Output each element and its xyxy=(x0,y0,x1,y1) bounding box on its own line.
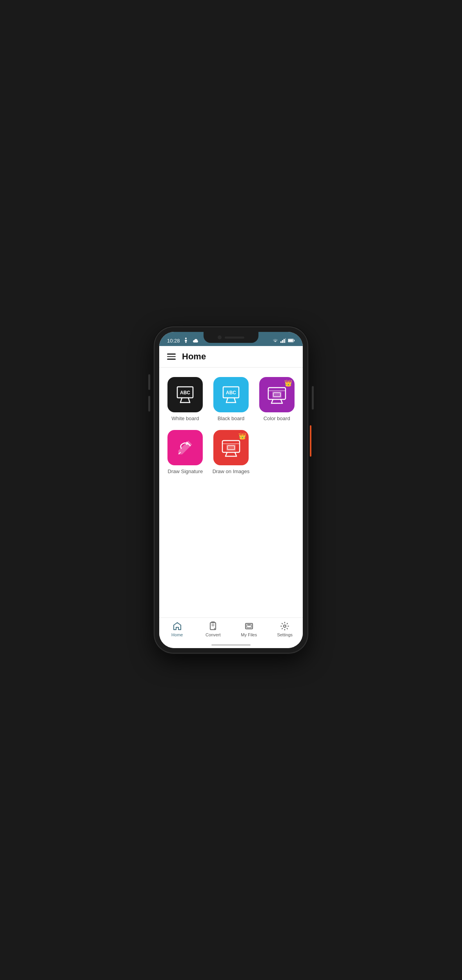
edge-strip xyxy=(310,425,311,457)
wifi-icon xyxy=(272,338,278,343)
app-header: Home xyxy=(159,346,303,368)
nav-settings-label: Settings xyxy=(277,632,293,637)
nav-my-files[interactable]: My Files xyxy=(237,621,261,637)
draw-signature-icon xyxy=(173,436,197,459)
nav-settings[interactable]: Settings xyxy=(273,621,296,637)
signal-icon xyxy=(280,338,286,343)
whiteboard-label: White board xyxy=(171,415,199,422)
whiteboard-board-icon: ABC xyxy=(173,383,197,406)
volume-up-button xyxy=(148,374,150,390)
speaker-grill xyxy=(225,337,244,339)
app-grid-row2: Draw Signature 👑 xyxy=(166,430,296,475)
home-nav-icon xyxy=(172,621,182,631)
status-right xyxy=(272,338,295,343)
svg-rect-1 xyxy=(280,341,282,343)
settings-nav-icon xyxy=(280,621,290,631)
menu-line-3 xyxy=(167,359,176,360)
svg-text:ABC: ABC xyxy=(180,390,190,395)
svg-text:ABC: ABC xyxy=(226,390,236,395)
blackboard-item[interactable]: ABC Black board xyxy=(211,377,251,422)
power-button xyxy=(312,386,314,410)
nav-convert-label: Convert xyxy=(206,632,221,637)
svg-line-20 xyxy=(271,399,273,403)
svg-line-21 xyxy=(281,399,282,403)
svg-line-10 xyxy=(188,398,190,403)
notch xyxy=(204,332,258,343)
svg-rect-3 xyxy=(284,339,285,343)
home-indicator-bar xyxy=(159,643,303,648)
draw-on-images-item[interactable]: 👑 Draw on Images xyxy=(211,430,251,475)
crown-icon: 👑 xyxy=(284,379,292,387)
nav-convert[interactable]: Convert xyxy=(201,621,225,637)
battery-icon xyxy=(288,338,295,343)
blackboard-board-icon: ABC xyxy=(219,383,243,406)
phone-screen: 10:28 xyxy=(159,332,303,648)
nav-home-label: Home xyxy=(171,632,183,637)
colorboard-label: Color board xyxy=(264,415,290,422)
cloud-icon xyxy=(192,338,199,343)
svg-line-27 xyxy=(226,452,227,456)
camera-dot xyxy=(218,335,222,339)
nav-my-files-label: My Files xyxy=(241,632,257,637)
svg-rect-6 xyxy=(288,339,293,342)
svg-line-15 xyxy=(234,398,236,403)
draw-crown-icon: 👑 xyxy=(238,432,246,440)
my-files-nav-icon xyxy=(244,621,254,631)
page-title: Home xyxy=(182,352,206,362)
status-time: 10:28 xyxy=(167,338,180,344)
menu-line-1 xyxy=(167,353,176,355)
svg-line-9 xyxy=(180,398,182,403)
svg-line-28 xyxy=(235,452,236,456)
app-grid-row1: ABC White board ABC xyxy=(166,377,296,422)
phone-frame: 10:28 xyxy=(155,327,307,653)
svg-rect-7 xyxy=(294,340,295,341)
menu-button[interactable] xyxy=(167,353,176,360)
draw-on-images-icon-bg: 👑 xyxy=(213,430,249,465)
svg-point-35 xyxy=(284,625,286,627)
whiteboard-item[interactable]: ABC White board xyxy=(166,377,205,422)
svg-line-14 xyxy=(226,398,228,403)
whiteboard-icon-bg: ABC xyxy=(167,377,203,412)
convert-nav-icon xyxy=(208,621,218,631)
main-content: ABC White board ABC xyxy=(159,368,303,618)
draw-signature-item[interactable]: Draw Signature xyxy=(166,430,205,475)
volume-down-button xyxy=(148,396,150,412)
svg-rect-2 xyxy=(282,340,283,343)
blackboard-icon-bg: ABC xyxy=(213,377,249,412)
status-left: 10:28 xyxy=(167,337,199,344)
svg-rect-34 xyxy=(247,625,251,628)
nav-home[interactable]: Home xyxy=(166,621,189,637)
menu-line-2 xyxy=(167,356,176,357)
draw-signature-icon-bg xyxy=(167,430,203,465)
draw-on-images-label: Draw on Images xyxy=(213,468,250,475)
home-indicator xyxy=(211,644,251,646)
svg-rect-4 xyxy=(285,338,286,343)
blackboard-label: Black board xyxy=(218,415,245,422)
svg-point-0 xyxy=(185,338,187,339)
bottom-nav: Home Convert xyxy=(159,618,303,643)
colorboard-item[interactable]: 👑 xyxy=(257,377,296,422)
colorboard-icon-bg: 👑 xyxy=(259,377,295,412)
pedestrian-icon xyxy=(183,337,189,344)
draw-signature-label: Draw Signature xyxy=(168,468,203,475)
